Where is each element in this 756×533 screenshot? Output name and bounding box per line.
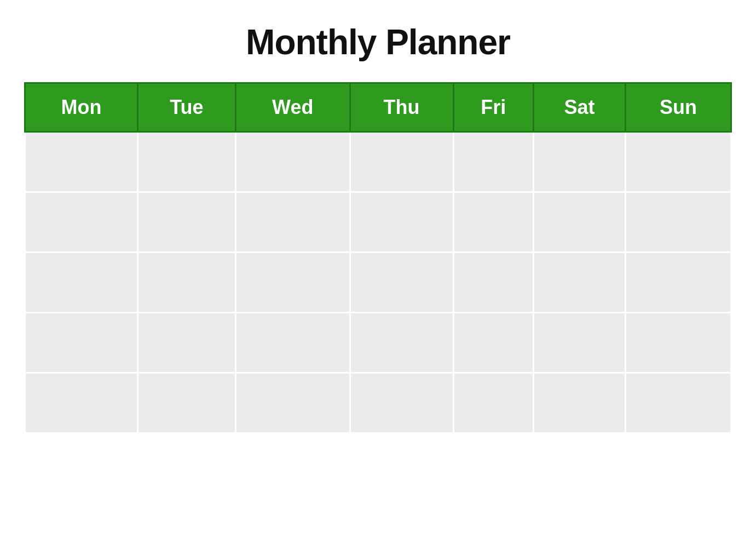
cell-r2-sat[interactable] [534, 192, 626, 253]
calendar-wrapper: Mon Tue Wed Thu Fri Sat Sun [24, 82, 732, 434]
cell-r5-wed[interactable] [235, 373, 350, 433]
header-row: Mon Tue Wed Thu Fri Sat Sun [25, 83, 731, 132]
table-row [25, 373, 731, 433]
cell-r1-fri[interactable] [453, 132, 534, 192]
cell-r4-mon[interactable] [25, 313, 138, 373]
table-row [25, 192, 731, 253]
cell-r3-sun[interactable] [625, 253, 731, 313]
header-sat: Sat [534, 83, 626, 132]
cell-r1-sat[interactable] [534, 132, 626, 192]
cell-r5-mon[interactable] [25, 373, 138, 433]
cell-r3-fri[interactable] [453, 253, 534, 313]
cell-r3-wed[interactable] [235, 253, 350, 313]
cell-r4-thu[interactable] [350, 313, 453, 373]
header-mon: Mon [25, 83, 138, 132]
cell-r1-tue[interactable] [137, 132, 235, 192]
cell-r3-tue[interactable] [137, 253, 235, 313]
cell-r4-fri[interactable] [453, 313, 534, 373]
cell-r5-sat[interactable] [534, 373, 626, 433]
cell-r1-wed[interactable] [235, 132, 350, 192]
cell-r2-fri[interactable] [453, 192, 534, 253]
cell-r1-thu[interactable] [350, 132, 453, 192]
cell-r5-fri[interactable] [453, 373, 534, 433]
header-thu: Thu [350, 83, 453, 132]
cell-r2-mon[interactable] [25, 192, 138, 253]
cell-r1-mon[interactable] [25, 132, 138, 192]
header-tue: Tue [137, 83, 235, 132]
cell-r1-sun[interactable] [625, 132, 731, 192]
cell-r3-sat[interactable] [534, 253, 626, 313]
cell-r4-tue[interactable] [137, 313, 235, 373]
cell-r2-thu[interactable] [350, 192, 453, 253]
cell-r4-sat[interactable] [534, 313, 626, 373]
header-fri: Fri [453, 83, 534, 132]
cell-r5-tue[interactable] [137, 373, 235, 433]
cell-r4-wed[interactable] [235, 313, 350, 373]
cell-r2-wed[interactable] [235, 192, 350, 253]
page-title: Monthly Planner [246, 22, 510, 62]
cell-r4-sun[interactable] [625, 313, 731, 373]
table-row [25, 132, 731, 192]
cell-r2-tue[interactable] [137, 192, 235, 253]
header-wed: Wed [235, 83, 350, 132]
cell-r2-sun[interactable] [625, 192, 731, 253]
cell-r3-mon[interactable] [25, 253, 138, 313]
cell-r3-thu[interactable] [350, 253, 453, 313]
calendar-table: Mon Tue Wed Thu Fri Sat Sun [24, 82, 732, 434]
table-row [25, 313, 731, 373]
cell-r5-thu[interactable] [350, 373, 453, 433]
header-sun: Sun [625, 83, 731, 132]
table-row [25, 253, 731, 313]
cell-r5-sun[interactable] [625, 373, 731, 433]
